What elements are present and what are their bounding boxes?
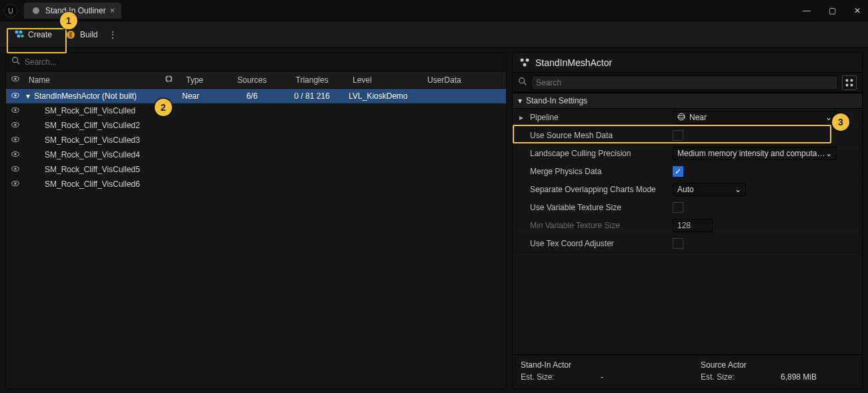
svg-point-3 [17,34,21,37]
visibility-icon[interactable] [6,105,25,117]
source-actor-title: Source Actor [701,360,854,370]
create-button[interactable]: Create [7,27,59,43]
visibility-icon[interactable] [6,179,25,190]
column-headers: Name Type Sources Triangles Level UserDa… [6,71,506,89]
svg-point-13 [14,94,17,97]
prop-landscape-culling: Landscape Culling Precision Medium memor… [513,145,862,163]
column-triangles[interactable]: Triangles [275,75,349,85]
pipeline-value: Near [689,113,707,122]
create-label: Create [28,30,52,39]
pipeline-label: Pipeline [530,113,669,122]
chevron-down-icon: ⌄ [825,149,832,158]
svg-line-9 [17,62,20,65]
outliner-search[interactable]: Search... [6,53,506,71]
svg-point-27 [526,58,529,61]
prop-tex-coord-adjuster: Use Tex Coord Adjuster [513,235,862,253]
merge-physics-checkbox[interactable]: ✓ [673,166,683,177]
row-name: SM_Rock_Cliff_VisCulled6 [25,179,159,189]
chevron-down-icon: ▾ [518,96,522,105]
window-close-button[interactable]: ✕ [852,6,863,15]
overlap-dropdown[interactable]: Auto ⌄ [673,183,746,196]
svg-point-15 [14,109,17,111]
details-header: StandInMeshActor [513,53,862,73]
titlebar: U Stand-In Outliner × — ▢ ✕ [0,0,868,21]
cluster-icon [519,57,530,68]
table-row[interactable]: SM_Rock_Cliff_VisCulled4 [6,147,506,162]
standin-actor-title: Stand-In Actor [521,360,674,370]
prop-variable-tex-size: Use Variable Texture Size [513,199,862,217]
table-row[interactable]: SM_Rock_Cliff_VisCulled6 [6,177,506,191]
row-sources: 6/6 [229,91,275,101]
tab-dirty-icon [31,5,41,16]
table-row[interactable]: ▾ StandInMeshActor (Not built) Near 6/6 … [6,89,506,103]
tab-title: Stand-In Outliner [45,6,106,15]
row-name: SM_Rock_Cliff_VisCulled4 [25,150,159,159]
svg-point-0 [33,7,39,14]
svg-point-25 [14,182,17,185]
section-standin-settings[interactable]: ▾ Stand-In Settings [513,93,862,109]
svg-point-35 [678,113,685,120]
min-var-input[interactable] [673,219,713,232]
svg-point-28 [523,63,527,66]
matrix-view-button[interactable] [842,75,857,90]
visibility-icon[interactable] [6,91,25,102]
column-name[interactable]: Name [25,75,159,85]
details-title: StandInMeshActor [535,57,612,68]
row-triangles: 0 / 81 216 [275,91,349,101]
tex-adj-checkbox[interactable] [673,238,683,249]
svg-rect-34 [851,83,853,86]
source-size-label: Est. Size: [701,372,781,382]
table-row[interactable]: SM_Rock_Cliff_VisCulled [6,103,506,118]
svg-line-30 [524,83,527,85]
prop-min-variable-tex: Min Variable Texture Size [513,217,862,235]
search-placeholder: Search... [25,57,57,67]
svg-point-17 [14,123,17,126]
window-maximize-button[interactable]: ▢ [827,6,837,15]
chevron-down-icon[interactable]: ▾ [25,91,31,101]
row-name: SM_Rock_Cliff_VisCulled [25,106,159,115]
svg-point-8 [13,57,18,63]
table-row[interactable]: SM_Rock_Cliff_VisCulled3 [6,133,506,147]
search-icon [11,56,21,67]
chevron-right-icon[interactable]: ▸ [519,113,526,122]
use-source-checkbox[interactable] [673,130,683,141]
unreal-logo-icon: U [4,4,17,17]
callout-3: 3 [832,113,849,131]
visibility-icon[interactable] [6,135,25,146]
create-icon [13,29,24,40]
table-row[interactable]: SM_Rock_Cliff_VisCulled5 [6,162,506,177]
overlap-value: Auto [677,185,694,194]
table-row[interactable]: SM_Rock_Cliff_VisCulled2 [6,118,506,133]
visibility-header-icon[interactable] [6,74,25,85]
column-sources[interactable]: Sources [229,75,275,85]
landscape-dropdown[interactable]: Medium memory intensity and computation … [673,147,837,160]
build-icon [65,29,76,40]
svg-point-11 [14,77,17,80]
landscape-label: Landscape Culling Precision [530,149,669,158]
var-tex-label: Use Variable Texture Size [530,203,669,212]
column-link-icon[interactable] [159,74,182,85]
row-name: SM_Rock_Cliff_VisCulled3 [25,135,159,145]
column-level[interactable]: Level [349,75,423,85]
column-userdata[interactable]: UserData [423,75,477,85]
callout-1: 1 [60,12,77,29]
min-var-label: Min Variable Texture Size [530,221,669,230]
standin-size-label: Est. Size: [521,372,601,382]
details-search-input[interactable] [531,75,838,90]
sphere-icon [677,113,685,123]
visibility-icon[interactable] [6,120,25,131]
svg-point-1 [15,30,19,33]
var-tex-checkbox[interactable] [673,202,683,213]
section-title: Stand-In Settings [526,96,587,105]
toolbar-more-icon[interactable]: ⋮ [105,30,121,39]
window-minimize-button[interactable]: — [801,6,812,15]
visibility-icon[interactable] [6,164,25,175]
close-tab-icon[interactable]: × [110,5,115,15]
visibility-icon[interactable] [6,149,25,161]
svg-point-36 [678,115,685,118]
column-type[interactable]: Type [182,75,229,85]
row-name: SM_Rock_Cliff_VisCulled5 [25,165,159,174]
empty-area [513,253,862,354]
details-footer: Stand-In Actor Est. Size: - Source Actor… [513,354,862,388]
pipeline-dropdown[interactable]: Near ⌄ [673,111,837,124]
